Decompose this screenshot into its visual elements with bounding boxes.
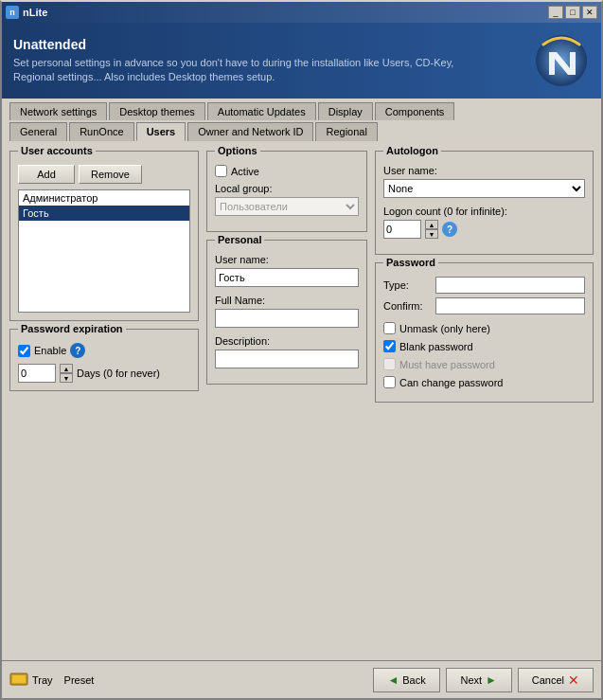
can-change-checkbox[interactable] — [383, 376, 396, 388]
days-spin-up[interactable]: ▲ — [60, 364, 73, 373]
active-checkbox[interactable] — [215, 165, 227, 177]
middle-column: Options Active Local group: Пользователи — [206, 151, 367, 653]
cancel-label: Cancel — [532, 674, 564, 686]
tray-label: Tray — [32, 674, 53, 686]
next-button[interactable]: Next ► — [446, 668, 512, 692]
description-input[interactable] — [215, 350, 359, 368]
back-arrow-icon: ◄ — [387, 673, 399, 687]
minimize-button[interactable]: _ — [548, 6, 563, 19]
logon-count-input[interactable] — [383, 220, 421, 239]
local-group-select[interactable]: Пользователи — [215, 197, 359, 216]
tab-users[interactable]: Users — [136, 122, 186, 141]
logon-count-spin-down[interactable]: ▼ — [425, 229, 438, 239]
username-label: User name: — [215, 254, 359, 265]
logon-count-spin-up[interactable]: ▲ — [425, 220, 438, 229]
header-logo — [533, 32, 590, 89]
user-list[interactable]: Администратор Гость — [18, 189, 190, 313]
back-button[interactable]: ◄ Back — [373, 668, 439, 692]
description-form: Description: — [215, 335, 359, 368]
tab-owner-network-id[interactable]: Owner and Network ID — [187, 122, 313, 141]
add-user-button[interactable]: Add — [18, 165, 75, 184]
logon-count-label: Logon count (0 for infinite): — [383, 206, 585, 217]
unmask-checkbox[interactable] — [383, 322, 396, 334]
description-label: Description: — [215, 335, 359, 347]
autologon-username-label: User name: — [383, 165, 585, 176]
confirm-row: Confirm: — [383, 297, 585, 314]
preset-item[interactable]: Preset — [64, 674, 95, 686]
blank-password-row: Blank password — [383, 340, 585, 352]
logon-count-row: ▲ ▼ ? — [383, 220, 585, 239]
app-icon: n — [6, 6, 19, 19]
tray-icon — [9, 673, 28, 688]
autologon-user-input-row: None — [383, 179, 585, 198]
autologon-title: Autologon — [383, 145, 441, 156]
logon-count-spinner-buttons: ▲ ▼ — [425, 220, 438, 239]
password-group: Password Type: Confirm: Unmask (only her… — [375, 262, 594, 403]
autologon-group: Autologon User name: None Logon count (0… — [375, 151, 594, 255]
personal-title: Personal — [215, 234, 264, 245]
tab-regional[interactable]: Regional — [315, 122, 377, 141]
active-label: Active — [231, 166, 259, 177]
username-input[interactable] — [215, 268, 359, 287]
title-controls: _ □ ✕ — [548, 6, 597, 19]
tabs-row2: General RunOnce Users Owner and Network … — [9, 122, 594, 141]
enable-checkbox[interactable] — [18, 345, 30, 357]
must-have-row: Must have password — [383, 358, 585, 370]
tab-runonce[interactable]: RunOnce — [69, 122, 133, 141]
user-item-guest[interactable]: Гость — [19, 206, 189, 221]
title-bar: n nLite _ □ ✕ — [2, 2, 601, 23]
title-bar-left: n nLite — [6, 6, 47, 19]
tab-general[interactable]: General — [9, 122, 67, 141]
tab-automatic-updates[interactable]: Automatic Updates — [207, 102, 316, 120]
type-row: Type: — [383, 277, 585, 294]
tray-item[interactable]: Tray — [9, 673, 53, 688]
header-description: Set personal settings in advance so you … — [13, 56, 468, 85]
days-input[interactable]: 0 — [18, 364, 56, 383]
user-item-administrator[interactable]: Администратор — [19, 190, 189, 206]
fullname-form: Full Name: — [215, 295, 359, 328]
maximize-button[interactable]: □ — [565, 6, 580, 19]
back-label: Back — [402, 674, 425, 686]
logon-count-form: Logon count (0 for infinite): ▲ ▼ ? — [383, 206, 585, 239]
tab-components[interactable]: Components — [375, 102, 454, 120]
type-input[interactable] — [435, 277, 585, 294]
tab-desktop-themes[interactable]: Desktop themes — [109, 102, 204, 120]
cancel-button[interactable]: Cancel ✕ — [518, 668, 594, 692]
days-spin-down[interactable]: ▼ — [60, 373, 73, 383]
days-spinner-buttons: ▲ ▼ — [60, 364, 73, 383]
password-expiration-title: Password expiration — [18, 323, 126, 334]
days-label: Days (0 for never) — [77, 368, 160, 379]
main-content: User accounts Add Remove Администратор Г… — [2, 143, 601, 660]
active-row: Active — [215, 165, 359, 177]
tab-network-settings[interactable]: Network settings — [9, 102, 107, 120]
fullname-input[interactable] — [215, 309, 359, 328]
footer-left: Tray Preset — [9, 673, 94, 688]
logon-count-help-icon[interactable]: ? — [442, 222, 457, 237]
user-accounts-title: User accounts — [18, 145, 96, 156]
blank-password-checkbox[interactable] — [383, 340, 396, 352]
must-have-checkbox[interactable] — [383, 358, 396, 370]
autologon-user-select[interactable]: None — [383, 179, 585, 198]
unmask-row: Unmask (only here) — [383, 322, 585, 334]
window-title: nLite — [23, 7, 47, 18]
footer-right: ◄ Back Next ► Cancel ✕ — [373, 668, 594, 692]
content-area: User accounts Add Remove Администратор Г… — [9, 151, 594, 653]
local-group-label: Local group: — [215, 183, 359, 194]
footer-bar: Tray Preset ◄ Back Next ► Cancel ✕ — [2, 660, 601, 698]
left-column: User accounts Add Remove Администратор Г… — [9, 151, 199, 653]
logo-svg — [536, 35, 588, 87]
preset-label: Preset — [64, 674, 95, 686]
enable-row: Enable ? — [18, 343, 190, 358]
personal-group: Personal User name: Full Name: Descripti… — [206, 240, 367, 385]
confirm-input[interactable] — [435, 297, 585, 314]
user-accounts-group: User accounts Add Remove Администратор Г… — [9, 151, 199, 321]
tab-display[interactable]: Display — [318, 102, 373, 120]
enable-label: Enable — [34, 345, 66, 356]
close-button[interactable]: ✕ — [582, 6, 597, 19]
main-window: n nLite _ □ ✕ Unattended Set personal se… — [0, 0, 603, 700]
type-label: Type: — [383, 279, 435, 291]
password-title: Password — [383, 257, 438, 268]
remove-user-button[interactable]: Remove — [79, 165, 142, 184]
enable-help-icon[interactable]: ? — [70, 343, 85, 358]
tabs-row1: Network settings Desktop themes Automati… — [9, 102, 594, 120]
